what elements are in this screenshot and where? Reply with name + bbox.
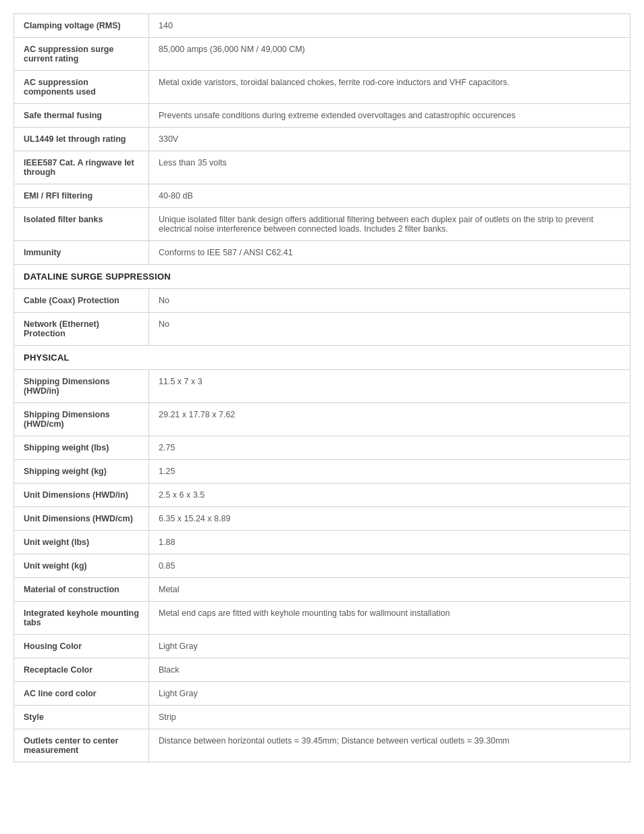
table-row: Shipping Dimensions (HWD/in)11.5 x 7 x 3 (14, 370, 630, 403)
table-row: Integrated keyhole mounting tabsMetal en… (14, 602, 630, 635)
row-value: Conforms to IEE 587 / ANSI C62.41 (149, 241, 630, 265)
row-label: Unit Dimensions (HWD/in) (14, 484, 149, 507)
row-value: 330V (149, 128, 630, 151)
table-row: Safe thermal fusingPrevents unsafe condi… (14, 104, 630, 128)
row-value: 1.25 (149, 460, 630, 484)
row-label: EMI / RFI filtering (14, 184, 149, 208)
row-label: AC line cord color (14, 682, 149, 706)
table-row: IEEE587 Cat. A ringwave let throughLess … (14, 151, 630, 184)
row-label: Outlets center to center measurement (14, 729, 149, 762)
spec-table: Clamping voltage (RMS)140AC suppression … (14, 14, 630, 762)
table-row: ImmunityConforms to IEE 587 / ANSI C62.4… (14, 241, 630, 265)
row-label: Safe thermal fusing (14, 104, 149, 128)
row-value: Black (149, 658, 630, 682)
table-row: Shipping weight (lbs)2.75 (14, 436, 630, 460)
table-row: Receptacle ColorBlack (14, 658, 630, 682)
row-label: Shipping weight (kg) (14, 460, 149, 484)
row-label: Shipping Dimensions (HWD/cm) (14, 403, 149, 436)
row-value: 2.75 (149, 436, 630, 460)
table-row: AC suppression surge current rating85,00… (14, 38, 630, 71)
row-value: Prevents unsafe conditions during extrem… (149, 104, 630, 128)
row-label: Shipping Dimensions (HWD/in) (14, 370, 149, 403)
row-label: Style (14, 706, 149, 729)
section-header: PHYSICAL (14, 346, 630, 370)
row-label: Receptacle Color (14, 658, 149, 682)
row-label: Network (Ethernet) Protection (14, 313, 149, 346)
row-value: Light Gray (149, 635, 630, 658)
row-label: Cable (Coax) Protection (14, 289, 149, 313)
row-value: Less than 35 volts (149, 151, 630, 184)
row-value: Metal oxide varistors, toroidal balanced… (149, 71, 630, 104)
table-row: StyleStrip (14, 706, 630, 729)
row-value: Unique isolated filter bank design offer… (149, 208, 630, 241)
table-row: Housing ColorLight Gray (14, 635, 630, 658)
row-value: 140 (149, 14, 630, 38)
table-row: Material of constructionMetal (14, 578, 630, 602)
row-value: Light Gray (149, 682, 630, 706)
row-value: Metal (149, 578, 630, 602)
table-row: Clamping voltage (RMS)140 (14, 14, 630, 38)
table-row: Unit weight (kg)0.85 (14, 554, 630, 578)
table-row: Shipping weight (kg)1.25 (14, 460, 630, 484)
row-value: 11.5 x 7 x 3 (149, 370, 630, 403)
row-label: Shipping weight (lbs) (14, 436, 149, 460)
row-value: Strip (149, 706, 630, 729)
table-row: AC suppression components usedMetal oxid… (14, 71, 630, 104)
row-label: Clamping voltage (RMS) (14, 14, 149, 38)
table-row: Unit weight (lbs)1.88 (14, 531, 630, 554)
row-label: Unit Dimensions (HWD/cm) (14, 507, 149, 531)
table-row: AC line cord colorLight Gray (14, 682, 630, 706)
table-row: EMI / RFI filtering40-80 dB (14, 184, 630, 208)
row-value: Metal end caps are fitted with keyhole m… (149, 602, 630, 635)
table-row: Isolated filter banksUnique isolated fil… (14, 208, 630, 241)
row-value: 1.88 (149, 531, 630, 554)
row-label: Immunity (14, 241, 149, 265)
row-value: 40-80 dB (149, 184, 630, 208)
row-value: Distance between horizontal outlets = 39… (149, 729, 630, 762)
row-label: AC suppression components used (14, 71, 149, 104)
row-value: 0.85 (149, 554, 630, 578)
section-header-label: PHYSICAL (14, 346, 630, 370)
section-header-label: DATALINE SURGE SUPPRESSION (14, 265, 630, 289)
row-label: Housing Color (14, 635, 149, 658)
section-header: DATALINE SURGE SUPPRESSION (14, 265, 630, 289)
row-value: 2.5 x 6 x 3.5 (149, 484, 630, 507)
table-row: UL1449 let through rating330V (14, 128, 630, 151)
row-label: IEEE587 Cat. A ringwave let through (14, 151, 149, 184)
table-row: Network (Ethernet) ProtectionNo (14, 313, 630, 346)
table-row: Unit Dimensions (HWD/cm)6.35 x 15.24 x 8… (14, 507, 630, 531)
table-row: Outlets center to center measurementDist… (14, 729, 630, 762)
row-value: No (149, 313, 630, 346)
row-label: Integrated keyhole mounting tabs (14, 602, 149, 635)
row-label: Unit weight (lbs) (14, 531, 149, 554)
row-label: Material of construction (14, 578, 149, 602)
row-label: Isolated filter banks (14, 208, 149, 241)
table-row: Shipping Dimensions (HWD/cm)29.21 x 17.7… (14, 403, 630, 436)
row-label: UL1449 let through rating (14, 128, 149, 151)
table-row: Cable (Coax) ProtectionNo (14, 289, 630, 313)
table-row: Unit Dimensions (HWD/in)2.5 x 6 x 3.5 (14, 484, 630, 507)
row-value: 6.35 x 15.24 x 8.89 (149, 507, 630, 531)
row-label: AC suppression surge current rating (14, 38, 149, 71)
row-value: No (149, 289, 630, 313)
row-value: 29.21 x 17.78 x 7.62 (149, 403, 630, 436)
row-label: Unit weight (kg) (14, 554, 149, 578)
row-value: 85,000 amps (36,000 NM / 49,000 CM) (149, 38, 630, 71)
